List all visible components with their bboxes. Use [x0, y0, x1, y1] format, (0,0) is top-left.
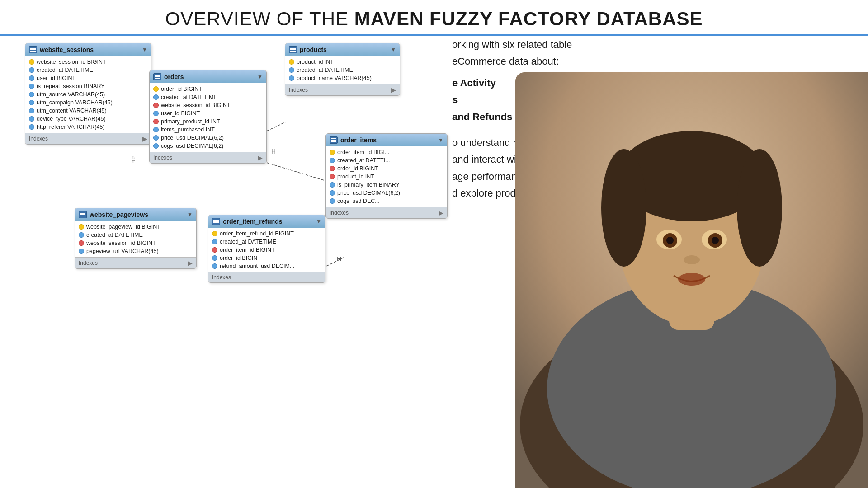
- table-name-products: products: [300, 46, 327, 53]
- pk-icon: [79, 224, 84, 230]
- table-footer-orders[interactable]: Indexes ▶: [150, 152, 266, 163]
- field-row: order_id BIGINT: [326, 164, 447, 173]
- fk-icon: [29, 124, 34, 130]
- fk-icon: [29, 92, 34, 97]
- table-website-sessions: website_sessions ▼ website_session_id BI…: [25, 43, 151, 145]
- expand-arrow[interactable]: ▶: [439, 209, 443, 216]
- table-name-order-item-refunds: order_item_refunds: [223, 218, 282, 225]
- field-row: http_referer VARCHAR(45): [25, 123, 151, 131]
- fk-icon: [212, 263, 217, 269]
- fk-icon: [29, 67, 34, 73]
- svg-text:‡: ‡: [131, 155, 135, 163]
- svg-point-17: [737, 149, 782, 267]
- expand-arrow[interactable]: ▶: [391, 86, 396, 94]
- svg-line-6: [326, 258, 344, 267]
- dropdown-arrow[interactable]: ▼: [187, 211, 193, 218]
- table-body-website-sessions: website_session_id BIGINT created_at DAT…: [25, 56, 151, 133]
- field-row: utm_source VARCHAR(45): [25, 90, 151, 99]
- field-row: created_at DATETIME: [208, 238, 325, 246]
- expand-arrow[interactable]: ▶: [258, 154, 263, 161]
- table-icon: [29, 46, 37, 53]
- fk-icon: [79, 232, 84, 238]
- fk-icon: [153, 127, 159, 132]
- fk-icon: [153, 103, 159, 108]
- field-row: cogs_usd DECIMAL(6,2): [150, 142, 266, 150]
- indexes-label: Indexes: [289, 87, 308, 93]
- fk-icon: [29, 108, 34, 113]
- fk-icon: [330, 190, 335, 196]
- field-row: order_item_id BIGINT: [208, 246, 325, 254]
- table-header-products: products ▼: [285, 43, 400, 56]
- svg-line-3: [267, 163, 326, 181]
- indexes-label: Indexes: [153, 155, 172, 161]
- fk-icon: [212, 239, 217, 244]
- field-row: created_at DATETIME: [285, 66, 400, 74]
- pk-icon: [29, 59, 34, 65]
- fk-icon: [330, 182, 335, 188]
- fk-icon: [79, 249, 84, 254]
- field-row: is_primary_item BINARY: [326, 181, 447, 189]
- text-line-2: eCommerce data about:: [452, 53, 669, 70]
- table-footer-order-items[interactable]: Indexes ▶: [326, 207, 447, 218]
- table-footer-website-sessions[interactable]: Indexes ▶: [25, 133, 151, 144]
- table-products: products ▼ product_id INT created_at DAT…: [285, 43, 400, 96]
- dropdown-arrow[interactable]: ▼: [142, 47, 147, 53]
- table-icon: [212, 218, 220, 225]
- table-orders: orders ▼ order_id BIGINT created_at DATE…: [149, 70, 267, 164]
- dropdown-arrow[interactable]: ▼: [438, 137, 443, 143]
- table-header-website-pageviews: website_pageviews ▼: [75, 208, 196, 221]
- fk-icon: [153, 135, 159, 141]
- table-footer-order-item-refunds[interactable]: Indexes: [208, 272, 325, 282]
- fk-icon: [289, 67, 294, 73]
- field-row: refund_amount_usd DECIM...: [208, 262, 325, 270]
- fk-icon: [330, 174, 335, 179]
- table-header-order-items: order_items ▼: [326, 134, 447, 146]
- table-name-website-sessions: website_sessions: [40, 46, 94, 53]
- svg-point-16: [601, 149, 646, 267]
- table-icon: [289, 46, 297, 53]
- indexes-label: Indexes: [79, 260, 98, 266]
- table-icon: [330, 136, 338, 144]
- field-row: utm_campaign VARCHAR(45): [25, 99, 151, 107]
- field-row: website_session_id BIGINT: [150, 101, 266, 109]
- pk-icon: [153, 86, 159, 92]
- field-row: cogs_usd DEC...: [326, 197, 447, 205]
- fk-icon: [212, 255, 217, 261]
- fk-icon: [29, 116, 34, 122]
- dropdown-arrow[interactable]: ▼: [391, 47, 396, 53]
- table-footer-products[interactable]: Indexes ▶: [285, 84, 400, 95]
- field-row: user_id BIGINT: [25, 74, 151, 82]
- field-row: product_name VARCHAR(45): [285, 74, 400, 82]
- field-row: product_id INT: [285, 58, 400, 66]
- table-header-website-sessions: website_sessions ▼: [25, 43, 151, 56]
- fk-icon: [330, 158, 335, 163]
- field-row: order_id BIGINT: [150, 85, 266, 93]
- svg-point-24: [684, 255, 700, 264]
- dropdown-arrow[interactable]: ▼: [316, 218, 321, 225]
- field-row: order_item_id BIGI...: [326, 148, 447, 156]
- fk-icon: [29, 75, 34, 81]
- fk-icon: [289, 75, 294, 81]
- field-row: order_item_refund_id BIGINT: [208, 230, 325, 238]
- table-name-website-pageviews: website_pageviews: [90, 211, 148, 218]
- dropdown-arrow[interactable]: ▼: [257, 74, 263, 80]
- svg-point-22: [666, 237, 674, 244]
- table-body-order-items: order_item_id BIGI... created_at DATETI.…: [326, 146, 447, 207]
- field-row: pageview_url VARCHAR(45): [75, 247, 196, 255]
- table-name-order-items: order_items: [340, 136, 377, 144]
- fk-icon: [79, 240, 84, 246]
- expand-arrow[interactable]: ▶: [142, 135, 147, 142]
- field-row: primary_product_id INT: [150, 117, 266, 126]
- svg-point-25: [678, 273, 705, 286]
- indexes-label: Indexes: [330, 210, 349, 216]
- fk-icon: [153, 94, 159, 100]
- svg-line-2: [267, 122, 286, 131]
- table-name-orders: orders: [164, 73, 184, 80]
- fk-icon: [153, 143, 159, 149]
- field-row: created_at DATETIME: [150, 93, 266, 101]
- fk-icon: [330, 198, 335, 204]
- table-footer-website-pageviews[interactable]: Indexes ▶: [75, 257, 196, 268]
- expand-arrow[interactable]: ▶: [188, 259, 193, 267]
- svg-text:H: H: [271, 148, 276, 155]
- person-overlay: [515, 72, 868, 488]
